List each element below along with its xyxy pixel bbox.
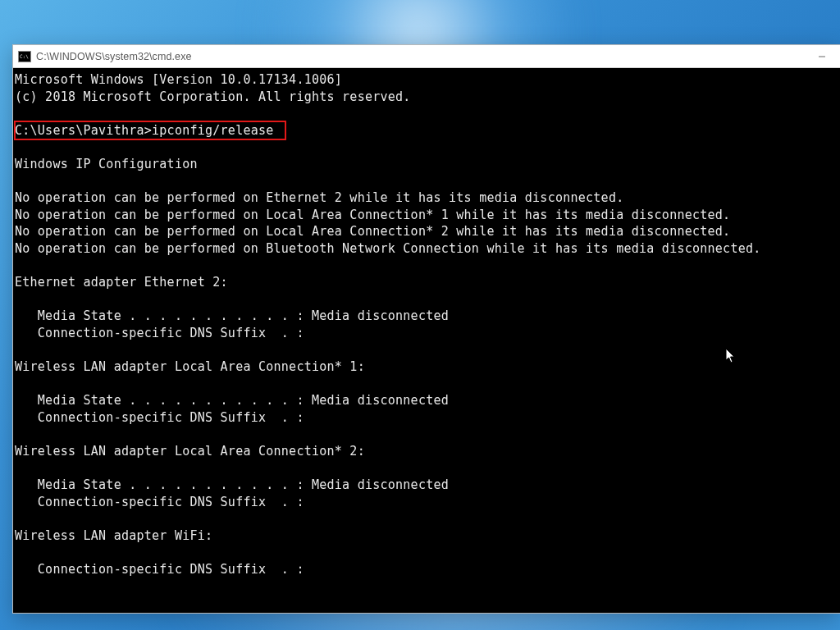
window-title: C:\WINDOWS\system32\cmd.exe xyxy=(36,51,192,62)
terminal-line xyxy=(13,510,840,527)
terminal-line xyxy=(13,376,840,393)
terminal-line xyxy=(13,460,840,477)
terminal-line: Media State . . . . . . . . . . . : Medi… xyxy=(13,392,840,409)
highlight-rectangle xyxy=(14,121,286,140)
terminal-line: Connection-specific DNS Suffix . : xyxy=(13,325,840,342)
window-controls xyxy=(803,45,840,67)
terminal-line: Wireless LAN adapter WiFi: xyxy=(13,527,840,545)
terminal-line: Wireless LAN adapter Local Area Connecti… xyxy=(13,358,840,376)
terminal-line: (c) 2018 Microsoft Corporation. All righ… xyxy=(13,89,840,106)
terminal-line: Wireless LAN adapter Local Area Connecti… xyxy=(13,443,840,460)
minimize-button[interactable] xyxy=(803,45,840,68)
terminal-line: Microsoft Windows [Version 10.0.17134.10… xyxy=(13,71,840,89)
terminal-line: No operation can be performed on Etherne… xyxy=(13,189,840,207)
terminal-line xyxy=(13,291,840,308)
terminal-line xyxy=(13,258,840,275)
terminal-line: C:\Users\Pavithra>ipconfig/release xyxy=(13,122,840,139)
terminal-line xyxy=(13,545,840,562)
terminal-line xyxy=(13,426,840,443)
terminal-line: No operation can be performed on Local A… xyxy=(13,223,840,240)
terminal-line xyxy=(13,139,840,156)
terminal-line: Connection-specific DNS Suffix . : xyxy=(13,409,840,427)
terminal-line: Connection-specific DNS Suffix . : xyxy=(13,561,840,578)
terminal-line: Windows IP Configuration xyxy=(13,156,840,173)
terminal-line xyxy=(13,342,840,359)
terminal-line xyxy=(13,105,840,122)
terminal-line: Media State . . . . . . . . . . . : Medi… xyxy=(13,477,840,494)
terminal-line xyxy=(13,173,840,190)
cmd-window: C:\WINDOWS\system32\cmd.exe Microsoft Wi… xyxy=(12,44,840,614)
titlebar[interactable]: C:\WINDOWS\system32\cmd.exe xyxy=(13,45,840,68)
terminal-line: No operation can be performed on Bluetoo… xyxy=(13,240,840,258)
terminal-output[interactable]: Microsoft Windows [Version 10.0.17134.10… xyxy=(13,68,840,613)
cmd-icon xyxy=(18,51,31,62)
terminal-line: Ethernet adapter Ethernet 2: xyxy=(13,274,840,291)
terminal-line: Media State . . . . . . . . . . . : Medi… xyxy=(13,308,840,325)
terminal-line: Connection-specific DNS Suffix . : xyxy=(13,494,840,511)
highlighted-command: C:\Users\Pavithra>ipconfig/release xyxy=(15,122,274,139)
terminal-line: No operation can be performed on Local A… xyxy=(13,207,840,224)
